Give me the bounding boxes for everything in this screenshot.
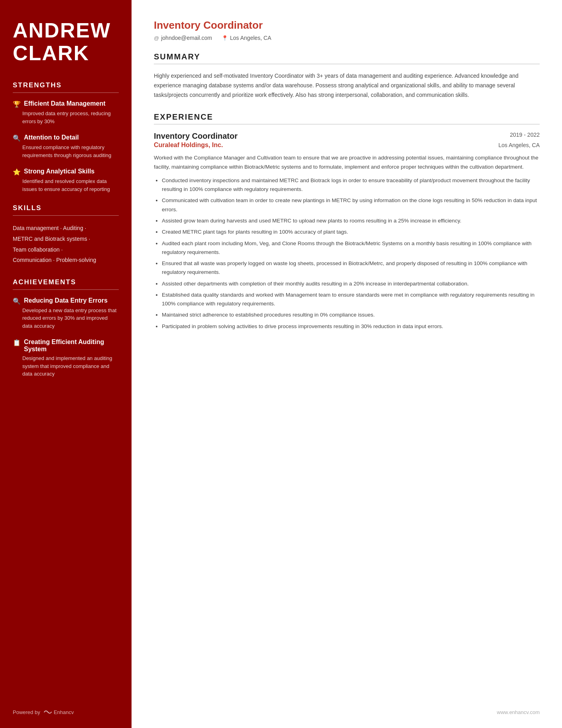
bullet-8: Established data quality standards and w… bbox=[162, 291, 540, 309]
strengths-divider bbox=[13, 92, 119, 93]
enhancv-logo: Enhancv bbox=[43, 709, 74, 715]
summary-section: SUMMARY Highly experienced and self-moti… bbox=[154, 52, 540, 100]
candidate-name: ANDREW CLARK bbox=[13, 19, 119, 65]
location-contact: 📍 Los Angeles, CA bbox=[222, 35, 271, 41]
exp-company-line-1: Curaleaf Holdings, Inc. Los Angeles, CA bbox=[154, 142, 540, 149]
search-icon: 🔍 bbox=[13, 297, 21, 305]
bullet-2: Communicated with cultivation team in or… bbox=[162, 196, 540, 214]
sidebar-footer: Powered by Enhancv bbox=[13, 709, 74, 715]
strength-title-2: Attention to Detail bbox=[24, 134, 79, 141]
name-block: ANDREW CLARK bbox=[13, 19, 119, 65]
strength-title-1: Efficient Data Management bbox=[24, 100, 105, 107]
strength-desc-3: Identified and resolved complex data iss… bbox=[13, 177, 119, 193]
skills-divider bbox=[13, 215, 119, 216]
exp-location-1: Los Angeles, CA bbox=[498, 142, 540, 148]
strength-desc-2: Ensured compliance with regulatory requi… bbox=[13, 144, 119, 159]
skill-1: Data management · Auditing · bbox=[13, 223, 119, 234]
email-value: johndoe@email.com bbox=[161, 35, 212, 41]
strength-desc-1: Improved data entry process, reducing er… bbox=[13, 110, 119, 125]
skills-list: Data management · Auditing · METRC and B… bbox=[13, 223, 119, 265]
brand-name: Enhancv bbox=[54, 709, 74, 715]
main-content: Inventory Coordinator @ johndoe@email.co… bbox=[132, 0, 562, 728]
location-value: Los Angeles, CA bbox=[230, 35, 271, 41]
bullet-9: Maintained strict adherence to establish… bbox=[162, 311, 540, 319]
skill-2: METRC and Biotrack systems · bbox=[13, 234, 119, 244]
skills-title: SKILLS bbox=[13, 204, 119, 212]
trophy-icon: 🏆 bbox=[13, 100, 21, 108]
bullet-4: Created METRC plant tags for plants resu… bbox=[162, 228, 540, 236]
summary-text: Highly experienced and self-motivated In… bbox=[154, 71, 540, 100]
contact-line: @ johndoe@email.com 📍 Los Angeles, CA bbox=[154, 35, 540, 41]
exp-job-title-1: Inventory Coordinator bbox=[154, 132, 238, 141]
skill-3: Team collaboration · bbox=[13, 244, 119, 255]
bullet-7: Assisted other departments with completi… bbox=[162, 279, 540, 288]
bullet-10: Participated in problem solving activiti… bbox=[162, 322, 540, 331]
sidebar: ANDREW CLARK STRENGTHS 🏆 Efficient Data … bbox=[0, 0, 132, 728]
magnify-icon: 🔍 bbox=[13, 134, 21, 142]
skill-4: Communication · Problem-solving bbox=[13, 255, 119, 266]
star-icon: ⭐ bbox=[13, 168, 21, 176]
clipboard-icon: 📋 bbox=[13, 339, 21, 346]
strengths-section: STRENGTHS 🏆 Efficient Data Management Im… bbox=[13, 81, 119, 193]
strength-item-1: 🏆 Efficient Data Management Improved dat… bbox=[13, 100, 119, 125]
bullet-1: Conducted inventory inspections and main… bbox=[162, 176, 540, 194]
achievements-title: ACHIEVEMENTS bbox=[13, 278, 119, 286]
achievement-title-2: Creating Efficient Auditing System bbox=[24, 338, 119, 353]
powered-by-label: Powered by bbox=[13, 709, 40, 715]
email-icon: @ bbox=[154, 35, 159, 41]
strength-item-3: ⭐ Strong Analytical Skills Identified an… bbox=[13, 168, 119, 193]
achievement-item-2: 📋 Creating Efficient Auditing System Des… bbox=[13, 338, 119, 378]
summary-title: SUMMARY bbox=[154, 52, 540, 61]
achievements-section: ACHIEVEMENTS 🔍 Reducing Data Entry Error… bbox=[13, 278, 119, 378]
email-contact: @ johndoe@email.com bbox=[154, 35, 212, 41]
experience-section: EXPERIENCE Inventory Coordinator 2019 - … bbox=[154, 112, 540, 331]
strength-item-2: 🔍 Attention to Detail Ensured compliance… bbox=[13, 134, 119, 159]
experience-divider bbox=[154, 124, 540, 124]
exp-bullets-1: Conducted inventory inspections and main… bbox=[154, 176, 540, 331]
experience-entry-1: Inventory Coordinator 2019 - 2022 Curale… bbox=[154, 132, 540, 331]
main-header: Inventory Coordinator @ johndoe@email.co… bbox=[154, 19, 540, 41]
achievements-divider bbox=[13, 289, 119, 290]
footer-url: www.enhancv.com bbox=[497, 709, 540, 715]
experience-title: EXPERIENCE bbox=[154, 112, 540, 122]
skills-section: SKILLS Data management · Auditing · METR… bbox=[13, 204, 119, 265]
exp-description-1: Worked with the Compliance Manager and C… bbox=[154, 153, 540, 171]
strength-title-3: Strong Analytical Skills bbox=[24, 168, 94, 175]
bullet-5: Audited each plant room including Mom, V… bbox=[162, 239, 540, 257]
summary-divider bbox=[154, 64, 540, 64]
exp-header-1: Inventory Coordinator 2019 - 2022 bbox=[154, 132, 540, 141]
location-icon: 📍 bbox=[222, 35, 228, 41]
achievement-desc-1: Developed a new data entry process that … bbox=[13, 307, 119, 330]
exp-dates-1: 2019 - 2022 bbox=[510, 132, 540, 138]
strengths-title: STRENGTHS bbox=[13, 81, 119, 89]
achievement-desc-2: Designed and implemented an auditing sys… bbox=[13, 354, 119, 378]
bullet-6: Ensured that all waste was properly logg… bbox=[162, 259, 540, 277]
achievement-item-1: 🔍 Reducing Data Entry Errors Developed a… bbox=[13, 297, 119, 330]
exp-company-1: Curaleaf Holdings, Inc. bbox=[154, 142, 223, 149]
achievement-title-1: Reducing Data Entry Errors bbox=[24, 297, 108, 304]
bullet-3: Assisted grow team during harvests and u… bbox=[162, 216, 540, 225]
job-title: Inventory Coordinator bbox=[154, 19, 540, 31]
